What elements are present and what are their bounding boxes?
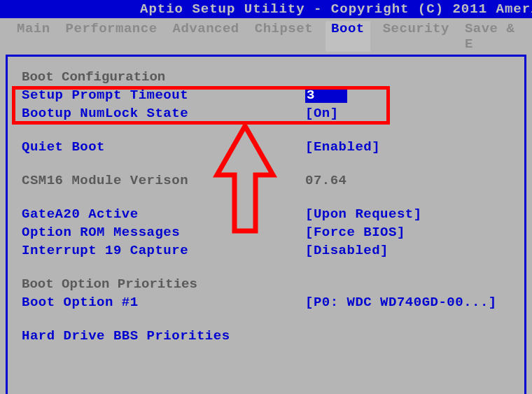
quiet-boot-row[interactable]: Quiet Boot [Enabled]	[22, 139, 510, 155]
spacer	[22, 124, 510, 139]
bios-title: Aptio Setup Utility - Copyright (C) 2011…	[140, 1, 532, 17]
hdd-bbs-priorities[interactable]: Hard Drive BBS Priorities	[22, 328, 510, 344]
numlock-label: Bootup NumLock State	[22, 106, 305, 121]
menu-bar: Main Performance Advanced Chipset Boot S…	[0, 18, 532, 55]
boot-option-1-value[interactable]: [P0: WDC WD740GD-00...]	[305, 295, 497, 310]
option-rom-row[interactable]: Option ROM Messages [Force BIOS]	[22, 225, 510, 240]
csm-row: CSM16 Module Verison 07.64	[22, 173, 510, 188]
gatea20-label: GateA20 Active	[22, 206, 305, 222]
numlock-value[interactable]: [On]	[305, 106, 339, 121]
boot-priorities-heading: Boot Option Priorities	[22, 276, 510, 292]
menu-tab-chipset[interactable]: Chipset	[252, 21, 316, 52]
boot-option-1-row[interactable]: Boot Option #1 [P0: WDC WD740GD-00...]	[22, 295, 510, 310]
boot-config-heading: Boot Configuration	[22, 69, 510, 85]
setup-prompt-label: Setup Prompt Timeout	[22, 87, 305, 103]
spacer	[22, 313, 510, 328]
numlock-row[interactable]: Bootup NumLock State [On]	[22, 106, 510, 121]
bios-title-bar: Aptio Setup Utility - Copyright (C) 2011…	[0, 0, 532, 18]
menu-tab-boot[interactable]: Boot	[326, 21, 370, 52]
setup-prompt-value[interactable]: 3	[305, 87, 347, 103]
spacer	[22, 157, 510, 173]
boot-option-1-label: Boot Option #1	[22, 295, 305, 310]
csm-label: CSM16 Module Verison	[22, 173, 305, 188]
option-rom-label: Option ROM Messages	[22, 225, 305, 240]
quiet-boot-value[interactable]: [Enabled]	[305, 139, 380, 155]
menu-tab-security[interactable]: Security	[380, 21, 452, 52]
menu-tab-save[interactable]: Save & E	[462, 21, 518, 52]
spacer	[22, 191, 510, 206]
interrupt-label: Interrupt 19 Capture	[22, 243, 305, 258]
gatea20-row[interactable]: GateA20 Active [Upon Request]	[22, 206, 510, 222]
csm-value: 07.64	[305, 173, 347, 188]
interrupt-row[interactable]: Interrupt 19 Capture [Disabled]	[22, 243, 510, 258]
interrupt-value[interactable]: [Disabled]	[305, 243, 388, 258]
spacer	[22, 261, 510, 276]
menu-tab-advanced[interactable]: Advanced	[170, 21, 242, 52]
gatea20-value[interactable]: [Upon Request]	[305, 206, 422, 222]
menu-tab-performance[interactable]: Performance	[63, 21, 160, 52]
option-rom-value[interactable]: [Force BIOS]	[305, 225, 405, 240]
menu-tab-main[interactable]: Main	[14, 21, 53, 52]
quiet-boot-label: Quiet Boot	[22, 139, 305, 155]
setup-prompt-row[interactable]: Setup Prompt Timeout 3	[22, 87, 510, 103]
content-panel: Boot Configuration Setup Prompt Timeout …	[6, 55, 526, 394]
